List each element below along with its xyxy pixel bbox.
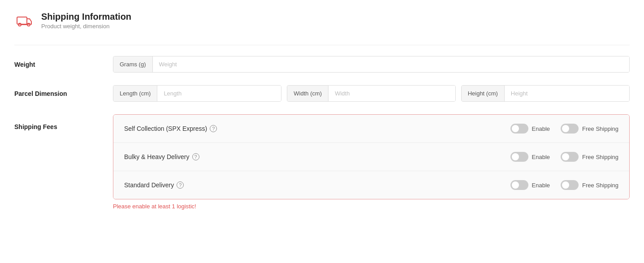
height-input[interactable] <box>505 86 629 101</box>
weight-input-group: Grams (g) <box>113 56 630 73</box>
free-shipping-slider-1 <box>561 152 579 162</box>
shipping-name-0: Self Collection (SPX Express) ? <box>124 125 510 132</box>
enable-slider-1 <box>510 152 528 162</box>
enable-toggle-group-0: Enable <box>510 124 550 134</box>
shipping-fees-box: Self Collection (SPX Express) ? Enable <box>113 114 630 199</box>
free-shipping-slider-2 <box>561 180 579 190</box>
shipping-name-2: Standard Delivery ? <box>124 181 510 189</box>
svg-rect-0 <box>17 17 27 24</box>
shipping-row-0: Self Collection (SPX Express) ? Enable <box>113 115 629 143</box>
shipping-information-page: Shipping Information Product weight, dim… <box>0 0 644 263</box>
shipping-fees-row: Shipping Fees Self Collection (SPX Expre… <box>14 114 630 210</box>
free-shipping-toggle-2[interactable] <box>561 180 579 190</box>
enable-toggle-0[interactable] <box>510 124 528 134</box>
error-message: Please enable at least 1 logistic! <box>113 203 630 210</box>
truck-icon <box>14 11 34 30</box>
enable-toggle-2[interactable] <box>510 180 528 190</box>
shipping-controls-0: Enable Free Shipping <box>510 124 618 134</box>
free-shipping-label-0: Free Shipping <box>582 125 618 132</box>
enable-label-2: Enable <box>532 182 550 189</box>
width-prefix: Width (cm) <box>287 86 328 101</box>
enable-label-1: Enable <box>532 154 550 160</box>
free-shipping-toggle-0[interactable] <box>561 124 579 134</box>
dimension-inputs: Length (cm) Width (cm) Height (cm) <box>113 85 630 102</box>
shipping-name-1: Bulky & Heavy Delivery ? <box>124 153 510 160</box>
enable-slider-2 <box>510 180 528 190</box>
shipping-fees-content: Self Collection (SPX Express) ? Enable <box>113 114 630 210</box>
weight-content: Grams (g) <box>113 56 630 73</box>
length-input[interactable] <box>157 86 281 101</box>
height-prefix: Height (cm) <box>462 86 505 101</box>
weight-row: Weight Grams (g) <box>14 56 630 73</box>
parcel-dimension-content: Length (cm) Width (cm) Height (cm) <box>113 85 630 102</box>
free-shipping-toggle-group-1: Free Shipping <box>561 152 618 162</box>
width-input-group: Width (cm) <box>287 85 455 102</box>
parcel-dimension-row: Parcel Dimension Length (cm) Width (cm) … <box>14 85 630 102</box>
width-input[interactable] <box>328 86 455 101</box>
parcel-dimension-label: Parcel Dimension <box>14 90 113 97</box>
length-input-group: Length (cm) <box>113 85 281 102</box>
enable-label-0: Enable <box>532 125 550 132</box>
question-icon-0[interactable]: ? <box>210 125 217 132</box>
enable-toggle-group-1: Enable <box>510 152 550 162</box>
free-shipping-slider-0 <box>561 124 579 134</box>
shipping-row-1: Bulky & Heavy Delivery ? Enable <box>113 143 629 171</box>
page-title: Shipping Information <box>41 12 131 22</box>
free-shipping-toggle-1[interactable] <box>561 152 579 162</box>
shipping-controls-1: Enable Free Shipping <box>510 152 618 162</box>
length-prefix: Length (cm) <box>113 86 157 101</box>
weight-input[interactable] <box>153 56 630 72</box>
question-icon-2[interactable]: ? <box>177 181 184 189</box>
enable-toggle-group-2: Enable <box>510 180 550 190</box>
enable-toggle-1[interactable] <box>510 152 528 162</box>
weight-label: Weight <box>14 61 113 68</box>
height-input-group: Height (cm) <box>461 85 630 102</box>
question-icon-1[interactable]: ? <box>192 153 199 160</box>
free-shipping-toggle-group-2: Free Shipping <box>561 180 618 190</box>
header-text: Shipping Information Product weight, dim… <box>41 12 131 30</box>
page-subtitle: Product weight, dimension <box>41 23 131 30</box>
shipping-controls-2: Enable Free Shipping <box>510 180 618 190</box>
weight-prefix: Grams (g) <box>113 56 153 72</box>
shipping-fees-label: Shipping Fees <box>14 114 113 130</box>
free-shipping-toggle-group-0: Free Shipping <box>561 124 618 134</box>
shipping-row-2: Standard Delivery ? Enable <box>113 171 629 199</box>
free-shipping-label-1: Free Shipping <box>582 154 618 160</box>
page-header: Shipping Information Product weight, dim… <box>14 11 630 30</box>
header-divider <box>14 45 630 45</box>
enable-slider-0 <box>510 124 528 134</box>
free-shipping-label-2: Free Shipping <box>582 182 618 189</box>
